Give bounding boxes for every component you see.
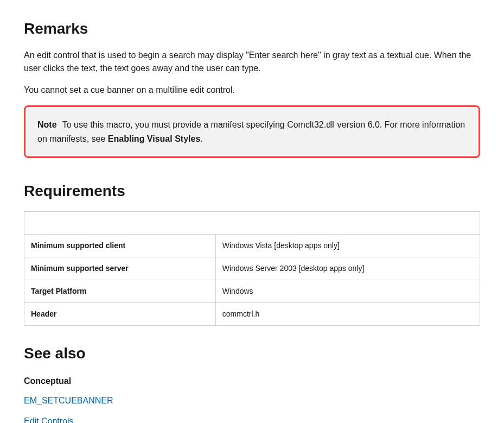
link-em-setcuebanner[interactable]: EM_SETCUEBANNER [24,394,480,407]
requirement-label: Minimum supported client [24,235,216,257]
table-row: Target Platform Windows [24,280,480,303]
note-link-enabling-visual-styles[interactable]: Enabling Visual Styles [108,134,200,143]
remarks-heading: Remarks [24,17,480,40]
table-row: Minimum supported server Windows Server … [24,257,480,280]
table-row: Header commctrl.h [24,303,480,326]
note-label: Note [37,120,57,129]
requirement-value: Windows [215,280,480,303]
requirement-label: Minimum supported server [24,257,216,280]
note-text-2: . [200,134,202,143]
see-also-heading: See also [24,342,480,365]
see-also-subheading: Conceptual [24,375,480,388]
remarks-paragraph-1: An edit control that is used to begin a … [24,49,480,75]
requirement-value: commctrl.h [215,303,480,326]
link-edit-controls[interactable]: Edit Controls [24,415,480,423]
table-row: Minimum supported client Windows Vista [… [24,235,480,257]
note-callout: Note To use this macro, you must provide… [24,105,480,158]
requirement-label: Target Platform [24,280,216,303]
requirements-heading: Requirements [24,180,480,203]
remarks-paragraph-2: You cannot set a cue banner on a multili… [24,84,480,97]
requirement-label: Header [24,303,216,326]
note-inner: Note To use this macro, you must provide… [27,108,477,155]
note-text-1: To use this macro, you must provide a ma… [37,120,465,143]
requirements-table: Minimum supported client Windows Vista [… [24,211,480,326]
requirement-value: Windows Server 2003 [desktop apps only] [215,257,480,280]
requirements-table-header [24,212,480,235]
requirement-value: Windows Vista [desktop apps only] [215,235,480,257]
